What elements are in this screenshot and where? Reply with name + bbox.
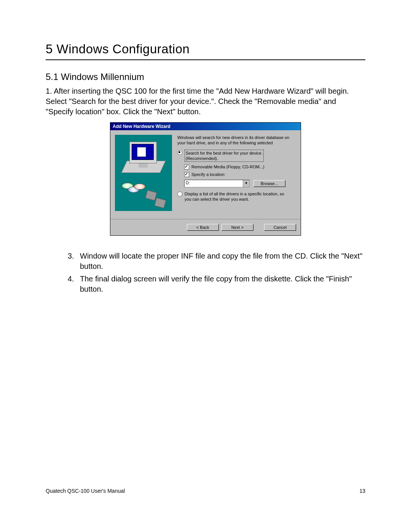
cancel-button[interactable]: Cancel <box>264 224 296 231</box>
intro-paragraph: 1. After inserting the QSC 100 for the f… <box>46 86 365 117</box>
dialog-titlebar: Add New Hardware Wizard <box>110 123 301 130</box>
radio-search-best[interactable] <box>177 150 182 155</box>
chevron-down-icon[interactable]: ▼ <box>243 180 249 187</box>
step-3: Window will locate the proper INF file a… <box>76 251 365 272</box>
dialog-intro-text: Windows will search for new drivers in i… <box>177 135 296 146</box>
wizard-screenshot: Add New Hardware Wizard Windows will sea… <box>110 122 301 236</box>
checkbox-specify-location-label: Specify a location: <box>191 172 225 177</box>
next-button[interactable]: Next > <box>221 224 253 231</box>
section-title: 5.1 Windows Millennium <box>46 72 365 82</box>
wizard-button-row: < Back Next > Cancel <box>110 219 301 235</box>
location-dropdown[interactable]: D: ▼ <box>184 180 250 187</box>
back-button[interactable]: < Back <box>187 224 219 231</box>
footer-page-number: 13 <box>359 488 365 494</box>
browse-button[interactable]: Browse... <box>253 180 285 187</box>
checkbox-removable-media[interactable] <box>184 165 189 169</box>
radio-search-best-label: Search for the best driver for your devi… <box>185 150 264 162</box>
location-dropdown-value: D: <box>185 180 243 187</box>
chapter-title: 5 Windows Configuration <box>46 42 365 56</box>
checkbox-removable-media-label: Removable Media (Floppy, CD-ROM...) <box>191 164 264 169</box>
step-4: The final dialog screen will verify the … <box>76 274 365 294</box>
radio-display-list[interactable] <box>177 192 182 197</box>
wizard-graphic <box>115 135 172 211</box>
footer-left: Quatech QSC-100 User's Manual <box>46 488 125 494</box>
horizontal-rule <box>46 59 365 60</box>
radio-display-list-label: Display a list of all the drivers in a s… <box>185 191 284 202</box>
checkbox-specify-location[interactable] <box>184 172 189 177</box>
